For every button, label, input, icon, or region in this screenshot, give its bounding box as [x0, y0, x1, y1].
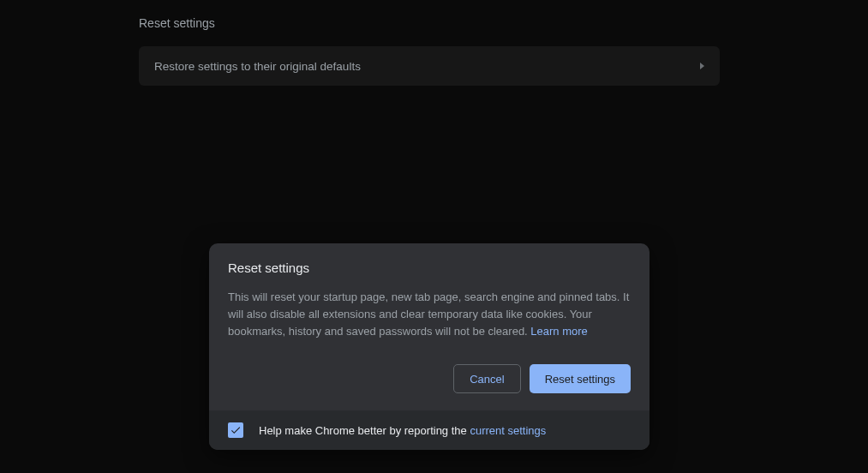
check-icon	[230, 424, 242, 436]
report-settings-checkbox[interactable]	[228, 422, 243, 438]
section-title: Reset settings	[139, 16, 215, 30]
footer-text: Help make Chrome better by reporting the…	[259, 424, 546, 437]
reset-settings-dialog: Reset settings This will reset your star…	[209, 243, 650, 450]
cancel-button[interactable]: Cancel	[453, 364, 520, 393]
restore-settings-row[interactable]: Restore settings to their original defau…	[139, 46, 720, 86]
reset-settings-button[interactable]: Reset settings	[530, 364, 631, 393]
restore-settings-label: Restore settings to their original defau…	[154, 60, 361, 73]
learn-more-link[interactable]: Learn more	[530, 325, 587, 338]
dialog-actions: Cancel Reset settings	[228, 364, 631, 393]
dialog-body: Reset settings This will reset your star…	[209, 243, 650, 410]
dialog-description: This will reset your startup page, new t…	[228, 289, 631, 340]
chevron-right-icon	[700, 63, 704, 69]
current-settings-link[interactable]: current settings	[470, 424, 546, 437]
dialog-footer: Help make Chrome better by reporting the…	[209, 410, 650, 450]
dialog-title: Reset settings	[228, 260, 631, 275]
footer-text-label: Help make Chrome better by reporting the	[259, 424, 470, 437]
